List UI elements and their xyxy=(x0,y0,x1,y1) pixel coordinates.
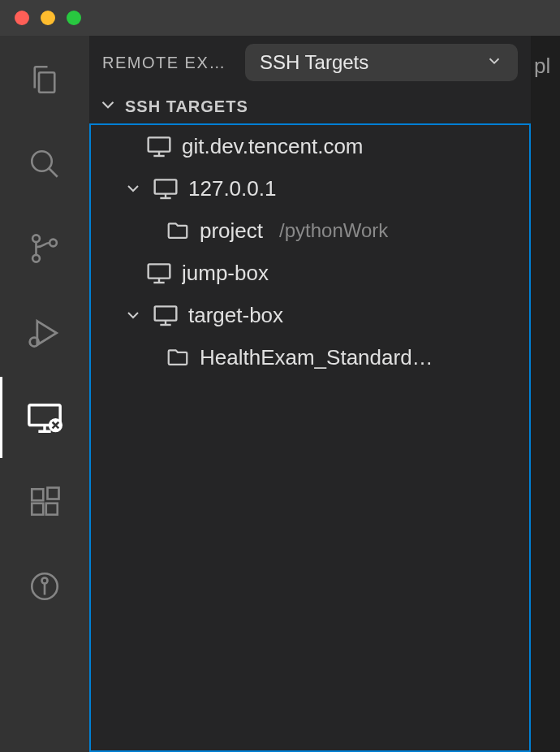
remote-explorer-icon[interactable] xyxy=(25,398,64,437)
ssh-folder-item[interactable]: HealthExam_Standard… xyxy=(91,336,529,378)
section-title: SSH TARGETS xyxy=(125,97,248,116)
svg-rect-20 xyxy=(155,179,177,193)
svg-rect-10 xyxy=(32,489,43,500)
sidebar-title: REMOTE EXP… xyxy=(102,54,235,72)
run-debug-icon[interactable] xyxy=(25,313,64,352)
remote-type-dropdown[interactable]: SSH Targets xyxy=(245,44,518,81)
host-label: 127.0.0.1 xyxy=(188,176,276,201)
svg-point-15 xyxy=(42,578,48,584)
gitlens-icon[interactable] xyxy=(25,567,64,606)
chevron-down-icon xyxy=(123,179,143,198)
sidebar-header: REMOTE EXP… SSH Targets xyxy=(89,36,531,89)
minimize-window-button[interactable] xyxy=(41,11,55,25)
folder-path: /pythonWork xyxy=(279,219,388,242)
svg-rect-11 xyxy=(32,503,43,515)
explorer-icon[interactable] xyxy=(25,60,64,99)
folder-icon xyxy=(166,345,190,370)
folder-label: project xyxy=(200,218,263,244)
extensions-icon[interactable] xyxy=(25,482,64,521)
chevron-down-icon xyxy=(123,305,143,325)
remote-explorer-sidebar: REMOTE EXP… SSH Targets SSH TARGETS xyxy=(89,36,531,752)
svg-rect-23 xyxy=(149,264,170,278)
close-window-button[interactable] xyxy=(15,11,29,25)
svg-rect-13 xyxy=(48,488,59,499)
ssh-folder-item[interactable]: project /pythonWork xyxy=(91,210,529,252)
folder-icon xyxy=(166,218,190,243)
ssh-host-item[interactable]: git.dev.tencent.com xyxy=(91,125,529,167)
maximize-window-button[interactable] xyxy=(67,11,81,25)
monitor-icon xyxy=(153,175,179,201)
svg-point-4 xyxy=(50,240,57,247)
host-label: target-box xyxy=(188,303,283,328)
svg-rect-12 xyxy=(46,503,58,515)
search-icon[interactable] xyxy=(25,145,64,184)
host-label: jump-box xyxy=(182,261,269,286)
activity-bar xyxy=(0,36,89,752)
chevron-down-icon xyxy=(97,94,118,119)
svg-point-3 xyxy=(32,255,40,262)
ssh-targets-tree: git.dev.tencent.com 127.0.0.1 project xyxy=(89,123,531,752)
ssh-host-item[interactable]: jump-box xyxy=(91,252,529,294)
titlebar xyxy=(0,0,560,36)
svg-line-1 xyxy=(49,168,58,177)
dropdown-selected-label: SSH Targets xyxy=(260,51,368,74)
ssh-host-item[interactable]: 127.0.0.1 xyxy=(91,167,529,210)
svg-rect-17 xyxy=(149,137,170,151)
svg-rect-26 xyxy=(155,306,177,320)
monitor-icon xyxy=(146,260,172,286)
folder-label: HealthExam_Standard… xyxy=(200,345,433,370)
chevron-down-icon xyxy=(485,52,503,73)
source-control-icon[interactable] xyxy=(25,229,64,268)
monitor-icon xyxy=(153,302,179,328)
ssh-host-item[interactable]: target-box xyxy=(91,294,529,336)
monitor-icon xyxy=(146,133,172,159)
editor-area-partial: pl xyxy=(531,36,560,752)
ssh-targets-section-header[interactable]: SSH TARGETS xyxy=(89,89,531,123)
host-label: git.dev.tencent.com xyxy=(182,134,364,159)
svg-point-0 xyxy=(32,151,52,171)
partial-text: pl xyxy=(534,54,550,752)
svg-point-2 xyxy=(32,235,40,242)
